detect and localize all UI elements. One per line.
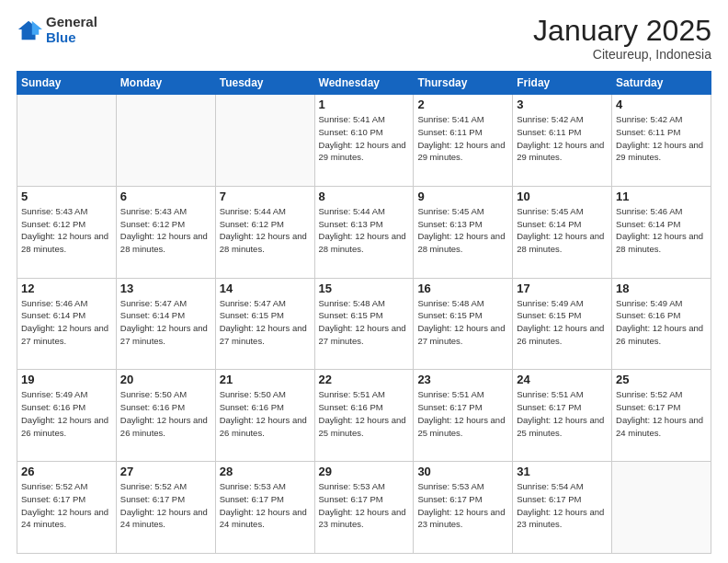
svg-marker-1 xyxy=(32,20,42,34)
day-number: 23 xyxy=(417,373,508,386)
week-row-2: 5Sunrise: 5:43 AM Sunset: 6:12 PM Daylig… xyxy=(17,186,711,278)
day-number: 17 xyxy=(517,282,608,295)
calendar-table: Sunday Monday Tuesday Wednesday Thursday… xyxy=(17,71,711,554)
calendar-cell: 13Sunrise: 5:47 AM Sunset: 6:14 PM Dayli… xyxy=(116,278,215,370)
col-thursday: Thursday xyxy=(414,72,513,95)
calendar-cell: 24Sunrise: 5:51 AM Sunset: 6:17 PM Dayli… xyxy=(513,370,612,462)
day-info: Sunrise: 5:44 AM Sunset: 6:12 PM Dayligh… xyxy=(220,205,311,256)
day-info: Sunrise: 5:53 AM Sunset: 6:17 PM Dayligh… xyxy=(220,480,311,531)
calendar-cell: 12Sunrise: 5:46 AM Sunset: 6:14 PM Dayli… xyxy=(17,278,117,370)
day-number: 10 xyxy=(517,190,608,203)
day-number: 26 xyxy=(21,465,112,478)
day-number: 25 xyxy=(616,373,707,386)
calendar-cell: 20Sunrise: 5:50 AM Sunset: 6:16 PM Dayli… xyxy=(116,370,215,462)
calendar-cell: 6Sunrise: 5:43 AM Sunset: 6:12 PM Daylig… xyxy=(116,186,215,278)
calendar-cell: 2Sunrise: 5:41 AM Sunset: 6:11 PM Daylig… xyxy=(414,95,513,187)
calendar-cell xyxy=(215,95,314,187)
calendar-cell: 5Sunrise: 5:43 AM Sunset: 6:12 PM Daylig… xyxy=(17,186,117,278)
day-info: Sunrise: 5:52 AM Sunset: 6:17 PM Dayligh… xyxy=(21,480,112,531)
day-info: Sunrise: 5:50 AM Sunset: 6:16 PM Dayligh… xyxy=(220,388,311,439)
logo-icon xyxy=(17,17,42,43)
day-number: 22 xyxy=(319,373,410,386)
logo-text: General Blue xyxy=(46,15,97,45)
day-info: Sunrise: 5:52 AM Sunset: 6:17 PM Dayligh… xyxy=(616,388,707,439)
calendar-cell: 10Sunrise: 5:45 AM Sunset: 6:14 PM Dayli… xyxy=(513,186,612,278)
day-info: Sunrise: 5:41 AM Sunset: 6:11 PM Dayligh… xyxy=(417,113,508,164)
day-number: 5 xyxy=(21,190,112,203)
header: General Blue January 2025 Citeureup, Ind… xyxy=(17,15,711,62)
location: Citeureup, Indonesia xyxy=(533,47,711,62)
day-info: Sunrise: 5:43 AM Sunset: 6:12 PM Dayligh… xyxy=(21,205,112,256)
logo: General Blue xyxy=(17,15,97,45)
day-info: Sunrise: 5:46 AM Sunset: 6:14 PM Dayligh… xyxy=(21,297,112,348)
day-number: 7 xyxy=(220,190,311,203)
calendar-cell: 26Sunrise: 5:52 AM Sunset: 6:17 PM Dayli… xyxy=(17,462,117,554)
day-info: Sunrise: 5:48 AM Sunset: 6:15 PM Dayligh… xyxy=(319,297,410,348)
day-number: 3 xyxy=(517,98,608,111)
week-row-5: 26Sunrise: 5:52 AM Sunset: 6:17 PM Dayli… xyxy=(17,462,711,554)
day-info: Sunrise: 5:51 AM Sunset: 6:17 PM Dayligh… xyxy=(417,388,508,439)
day-info: Sunrise: 5:52 AM Sunset: 6:17 PM Dayligh… xyxy=(120,480,211,531)
calendar-cell: 22Sunrise: 5:51 AM Sunset: 6:16 PM Dayli… xyxy=(314,370,414,462)
calendar-cell: 28Sunrise: 5:53 AM Sunset: 6:17 PM Dayli… xyxy=(215,462,314,554)
day-info: Sunrise: 5:42 AM Sunset: 6:11 PM Dayligh… xyxy=(616,113,707,164)
day-number: 12 xyxy=(21,282,112,295)
day-number: 18 xyxy=(616,282,707,295)
day-number: 8 xyxy=(319,190,410,203)
calendar-cell xyxy=(612,462,711,554)
calendar-cell: 21Sunrise: 5:50 AM Sunset: 6:16 PM Dayli… xyxy=(215,370,314,462)
calendar-cell: 4Sunrise: 5:42 AM Sunset: 6:11 PM Daylig… xyxy=(612,95,711,187)
day-number: 16 xyxy=(417,282,508,295)
calendar-cell: 23Sunrise: 5:51 AM Sunset: 6:17 PM Dayli… xyxy=(414,370,513,462)
calendar-cell: 27Sunrise: 5:52 AM Sunset: 6:17 PM Dayli… xyxy=(116,462,215,554)
day-info: Sunrise: 5:50 AM Sunset: 6:16 PM Dayligh… xyxy=(120,388,211,439)
day-info: Sunrise: 5:49 AM Sunset: 6:15 PM Dayligh… xyxy=(517,297,608,348)
day-number: 20 xyxy=(120,373,211,386)
logo-general: General xyxy=(46,15,97,30)
day-info: Sunrise: 5:45 AM Sunset: 6:14 PM Dayligh… xyxy=(517,205,608,256)
col-saturday: Saturday xyxy=(612,72,711,95)
day-number: 29 xyxy=(319,465,410,478)
day-info: Sunrise: 5:41 AM Sunset: 6:10 PM Dayligh… xyxy=(319,113,410,164)
week-row-1: 1Sunrise: 5:41 AM Sunset: 6:10 PM Daylig… xyxy=(17,95,711,187)
week-row-3: 12Sunrise: 5:46 AM Sunset: 6:14 PM Dayli… xyxy=(17,278,711,370)
calendar-cell: 1Sunrise: 5:41 AM Sunset: 6:10 PM Daylig… xyxy=(314,95,414,187)
day-info: Sunrise: 5:45 AM Sunset: 6:13 PM Dayligh… xyxy=(417,205,508,256)
day-info: Sunrise: 5:48 AM Sunset: 6:15 PM Dayligh… xyxy=(417,297,508,348)
col-wednesday: Wednesday xyxy=(314,72,414,95)
day-info: Sunrise: 5:44 AM Sunset: 6:13 PM Dayligh… xyxy=(319,205,410,256)
logo-blue: Blue xyxy=(46,30,97,46)
week-row-4: 19Sunrise: 5:49 AM Sunset: 6:16 PM Dayli… xyxy=(17,370,711,462)
calendar-cell: 30Sunrise: 5:53 AM Sunset: 6:17 PM Dayli… xyxy=(414,462,513,554)
day-number: 1 xyxy=(319,98,410,111)
day-number: 31 xyxy=(517,465,608,478)
day-info: Sunrise: 5:49 AM Sunset: 6:16 PM Dayligh… xyxy=(21,388,112,439)
day-number: 27 xyxy=(120,465,211,478)
calendar-cell: 7Sunrise: 5:44 AM Sunset: 6:12 PM Daylig… xyxy=(215,186,314,278)
calendar-cell: 18Sunrise: 5:49 AM Sunset: 6:16 PM Dayli… xyxy=(612,278,711,370)
day-number: 14 xyxy=(220,282,311,295)
day-number: 4 xyxy=(616,98,707,111)
page: General Blue January 2025 Citeureup, Ind… xyxy=(0,0,728,563)
title-block: January 2025 Citeureup, Indonesia xyxy=(533,15,711,62)
day-number: 15 xyxy=(319,282,410,295)
calendar-cell xyxy=(17,95,117,187)
day-number: 2 xyxy=(417,98,508,111)
calendar-cell: 11Sunrise: 5:46 AM Sunset: 6:14 PM Dayli… xyxy=(612,186,711,278)
col-sunday: Sunday xyxy=(17,72,117,95)
day-info: Sunrise: 5:43 AM Sunset: 6:12 PM Dayligh… xyxy=(120,205,211,256)
day-number: 6 xyxy=(120,190,211,203)
calendar-cell: 31Sunrise: 5:54 AM Sunset: 6:17 PM Dayli… xyxy=(513,462,612,554)
calendar-cell: 8Sunrise: 5:44 AM Sunset: 6:13 PM Daylig… xyxy=(314,186,414,278)
col-friday: Friday xyxy=(513,72,612,95)
day-number: 9 xyxy=(417,190,508,203)
day-info: Sunrise: 5:47 AM Sunset: 6:14 PM Dayligh… xyxy=(120,297,211,348)
day-info: Sunrise: 5:54 AM Sunset: 6:17 PM Dayligh… xyxy=(517,480,608,531)
day-info: Sunrise: 5:53 AM Sunset: 6:17 PM Dayligh… xyxy=(319,480,410,531)
day-number: 21 xyxy=(220,373,311,386)
calendar-cell: 19Sunrise: 5:49 AM Sunset: 6:16 PM Dayli… xyxy=(17,370,117,462)
day-number: 24 xyxy=(517,373,608,386)
calendar-cell: 15Sunrise: 5:48 AM Sunset: 6:15 PM Dayli… xyxy=(314,278,414,370)
col-monday: Monday xyxy=(116,72,215,95)
calendar-cell: 9Sunrise: 5:45 AM Sunset: 6:13 PM Daylig… xyxy=(414,186,513,278)
